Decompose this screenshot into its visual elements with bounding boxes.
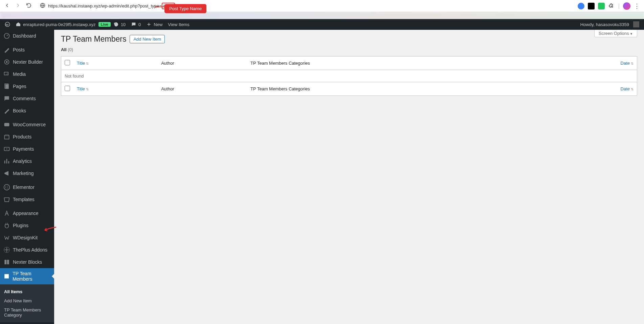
- svg-rect-8: [4, 123, 9, 126]
- page-header: TP Team Members Add New Item: [54, 30, 644, 47]
- submenu-add-new[interactable]: Add New Item: [0, 296, 54, 305]
- comments-item[interactable]: 0: [128, 19, 143, 30]
- select-all-checkbox[interactable]: [65, 60, 70, 65]
- menu-products[interactable]: Products: [0, 131, 54, 143]
- live-badge: Live: [98, 22, 111, 27]
- column-author: Author: [158, 57, 247, 70]
- annotation-label: Post Type Name: [164, 4, 206, 13]
- table-row-empty: Not found: [61, 70, 637, 82]
- menu-nexter-blocks[interactable]: Nexter Blocks: [0, 256, 54, 268]
- select-all-checkbox-foot[interactable]: [65, 86, 70, 91]
- view-items-link[interactable]: View Items: [165, 19, 192, 30]
- menu-theplus[interactable]: ThePlus Addons: [0, 244, 54, 256]
- column-date[interactable]: Date⇅: [621, 61, 634, 66]
- filter-count: (0): [68, 47, 73, 52]
- site-name-link[interactable]: enraptured-puma-0e29f5.instawp.xyz: [13, 19, 98, 30]
- filter-all[interactable]: All: [61, 47, 67, 52]
- profile-avatar[interactable]: [623, 2, 630, 10]
- menu-templates[interactable]: Templates: [0, 193, 54, 206]
- filter-row: All (0): [54, 47, 644, 56]
- howdy-user[interactable]: Howdy, hasasovoku3359: [578, 19, 642, 30]
- svg-rect-13: [4, 260, 6, 264]
- extension-icon[interactable]: [588, 3, 595, 9]
- svg-point-4: [6, 61, 8, 63]
- menu-payments[interactable]: Payments: [0, 143, 54, 155]
- submenu-all-items[interactable]: All Items: [0, 287, 54, 296]
- page-title: TP Team Members: [61, 35, 126, 44]
- admin-sidebar: Dashboard Posts Nexter Builder Media Pag…: [0, 30, 54, 324]
- wp-logo[interactable]: [2, 19, 13, 30]
- svg-rect-9: [4, 136, 9, 139]
- menu-media[interactable]: Media: [0, 68, 54, 80]
- submenu-tp-team: All Items Add New Item TP Team Members C…: [0, 284, 54, 322]
- annotation-arrow-sidebar: [43, 226, 57, 234]
- add-new-button[interactable]: Add New Item: [130, 35, 165, 43]
- svg-rect-7: [5, 84, 9, 89]
- menu-woocommerce[interactable]: WooCommerce: [0, 118, 54, 131]
- svg-rect-15: [4, 274, 9, 279]
- extensions-icon[interactable]: [608, 3, 615, 9]
- extension-icon[interactable]: [598, 3, 605, 9]
- menu-appearance[interactable]: Appearance: [0, 207, 54, 219]
- refresh-item[interactable]: 10: [111, 19, 128, 30]
- browser-chrome: https://kaushal.instawp.xyz/wp-admin/edi…: [0, 0, 644, 12]
- svg-rect-14: [7, 260, 9, 264]
- menu-books[interactable]: Books: [0, 105, 54, 117]
- back-icon[interactable]: [4, 2, 10, 10]
- new-item[interactable]: New: [143, 19, 165, 30]
- no-items-text: Not found: [61, 70, 637, 82]
- column-author-foot: Author: [158, 82, 247, 96]
- content-area: Screen Options TP Team Members Add New I…: [54, 30, 644, 324]
- forward-icon[interactable]: [15, 2, 21, 10]
- browser-extensions: | ⋮: [578, 2, 640, 10]
- reload-icon[interactable]: [26, 2, 32, 10]
- browser-nav: [4, 2, 32, 10]
- menu-posts[interactable]: Posts: [0, 44, 54, 56]
- annotation-arrow: [155, 6, 164, 7]
- menu-tp-team-members[interactable]: TP Team Members: [0, 268, 54, 284]
- address-bar[interactable]: https://kaushal.instawp.xyz/wp-admin/edi…: [36, 1, 574, 10]
- extension-icon[interactable]: [578, 3, 584, 9]
- column-categories: TP Team Members Categories: [247, 57, 547, 70]
- browser-menu-icon[interactable]: ⋮: [634, 2, 640, 10]
- menu-dashboard[interactable]: Dashboard: [0, 30, 54, 42]
- column-date-foot[interactable]: Date⇅: [621, 86, 634, 91]
- posts-table: Title⇅ Author TP Team Members Categories…: [61, 56, 637, 96]
- menu-analytics[interactable]: Analytics: [0, 155, 54, 167]
- globe-icon: [40, 3, 45, 9]
- screen-options-tab[interactable]: Screen Options: [594, 30, 637, 37]
- menu-nexter-builder[interactable]: Nexter Builder: [0, 56, 54, 68]
- column-categories-foot: TP Team Members Categories: [247, 82, 547, 96]
- menu-marketing[interactable]: Marketing: [0, 167, 54, 179]
- user-avatar-icon: [633, 21, 639, 27]
- submenu-category[interactable]: TP Team Members Category: [0, 305, 54, 320]
- wp-adminbar: enraptured-puma-0e29f5.instawp.xyz Live …: [0, 19, 644, 30]
- column-title[interactable]: Title⇅: [77, 61, 89, 66]
- blur-bar: [0, 12, 644, 19]
- column-title-foot[interactable]: Title⇅: [77, 86, 89, 91]
- menu-comments[interactable]: Comments: [0, 92, 54, 105]
- menu-pages[interactable]: Pages: [0, 80, 54, 92]
- menu-elementor[interactable]: Elementor: [0, 181, 54, 193]
